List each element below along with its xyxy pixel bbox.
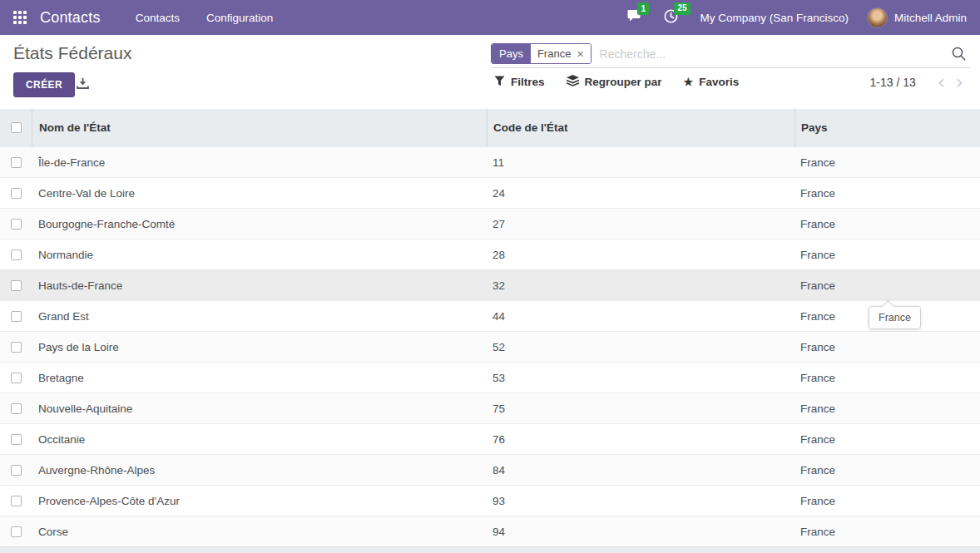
cell-country: France bbox=[794, 187, 980, 200]
cell-country: France bbox=[794, 464, 980, 476]
facet-value-text: France bbox=[537, 47, 571, 60]
table-row[interactable]: Île-de-France 11 France bbox=[0, 146, 980, 177]
row-checkbox[interactable] bbox=[11, 465, 22, 476]
row-checkbox[interactable] bbox=[11, 342, 22, 353]
tooltip-text: France bbox=[879, 312, 911, 323]
activities-button[interactable]: 25 bbox=[664, 9, 678, 27]
cell-state-code: 24 bbox=[487, 187, 794, 200]
facet-close-icon[interactable]: × bbox=[577, 48, 583, 60]
cell-state-name: Provence-Alpes-Côte d'Azur bbox=[32, 495, 487, 507]
select-all-checkbox[interactable] bbox=[11, 122, 22, 133]
list-footer-strip bbox=[0, 546, 980, 553]
search-icon[interactable] bbox=[951, 46, 967, 62]
table-row[interactable]: Occitanie 76 France bbox=[0, 423, 980, 454]
cell-state-name: Centre-Val de Loire bbox=[32, 187, 487, 200]
filters-label: Filtres bbox=[511, 76, 545, 88]
row-checkbox[interactable] bbox=[11, 157, 22, 168]
row-checkbox[interactable] bbox=[11, 403, 22, 414]
row-checkbox[interactable] bbox=[11, 434, 22, 445]
header-state-code[interactable]: Code de l'État bbox=[487, 109, 794, 146]
cell-state-name: Île-de-France bbox=[32, 156, 487, 169]
cell-state-code: 52 bbox=[487, 341, 794, 353]
cell-state-name: Auvergne-Rhône-Alpes bbox=[32, 464, 487, 476]
header-country[interactable]: Pays bbox=[794, 109, 980, 146]
pager: 1-13 / 13 ‹ › bbox=[870, 75, 968, 90]
pager-next-icon[interactable]: › bbox=[950, 75, 968, 90]
cell-state-code: 11 bbox=[487, 156, 794, 169]
cell-country: France bbox=[794, 495, 980, 507]
cell-state-name: Bourgogne-Franche-Comté bbox=[32, 218, 487, 230]
messages-button[interactable]: 1 bbox=[627, 9, 642, 26]
row-checkbox[interactable] bbox=[11, 219, 22, 230]
cell-country: France bbox=[794, 249, 980, 261]
table-row[interactable]: Centre-Val de Loire 24 France bbox=[0, 177, 980, 208]
systray: 1 25 My Company (San Francisco) Mitchell… bbox=[627, 7, 967, 28]
row-checkbox[interactable] bbox=[11, 373, 22, 383]
top-navbar: Contacts Contacts Configuration 1 25 My … bbox=[0, 0, 980, 35]
user-name: Mitchell Admin bbox=[894, 12, 967, 24]
cell-state-name: Nouvelle-Aquitaine bbox=[32, 402, 487, 415]
table-row[interactable]: Normandie 28 France bbox=[0, 239, 980, 269]
cell-state-code: 84 bbox=[487, 464, 794, 476]
row-checkbox[interactable] bbox=[11, 496, 22, 506]
filters-button[interactable]: Filtres bbox=[494, 76, 545, 89]
layers-icon bbox=[567, 75, 579, 89]
table-row[interactable]: Auvergne-Rhône-Alpes 84 France bbox=[0, 454, 980, 485]
facet-field-label: Pays bbox=[492, 44, 531, 63]
table-row[interactable]: Bourgogne-Franche-Comté 27 France bbox=[0, 208, 980, 239]
table-row[interactable]: Pays de la Loire 52 France bbox=[0, 331, 980, 362]
export-download-icon[interactable] bbox=[77, 77, 89, 90]
group-by-button[interactable]: Regrouper par bbox=[567, 75, 662, 89]
cell-state-code: 44 bbox=[487, 310, 794, 323]
row-checkbox[interactable] bbox=[11, 249, 22, 260]
row-checkbox[interactable] bbox=[11, 526, 22, 537]
create-button[interactable]: CRÉER bbox=[13, 72, 75, 97]
header-state-name[interactable]: Nom de l'État bbox=[32, 109, 487, 146]
cell-state-code: 32 bbox=[487, 279, 794, 292]
star-icon: ★ bbox=[684, 77, 694, 87]
pager-previous-icon[interactable]: ‹ bbox=[933, 75, 951, 90]
app-brand[interactable]: Contacts bbox=[40, 9, 101, 27]
list-header-row: Nom de l'État Code de l'État Pays bbox=[0, 109, 980, 146]
table-row[interactable]: Bretagne 53 France bbox=[0, 362, 980, 393]
header-checkbox-cell bbox=[0, 109, 32, 146]
apps-grid-icon[interactable] bbox=[13, 11, 27, 24]
cell-country: France bbox=[794, 526, 980, 538]
messages-badge: 1 bbox=[637, 2, 649, 15]
cell-state-code: 53 bbox=[487, 372, 794, 384]
top-menu: Contacts Configuration bbox=[126, 2, 284, 34]
table-row[interactable]: Corse 94 France bbox=[0, 516, 980, 546]
cell-state-code: 28 bbox=[487, 249, 794, 261]
menu-contacts[interactable]: Contacts bbox=[126, 2, 190, 34]
table-row-hovered[interactable]: Hauts-de-France 32 France bbox=[0, 269, 980, 300]
user-menu[interactable]: Mitchell Admin bbox=[867, 7, 967, 28]
states-list-view: Nom de l'État Code de l'État Pays Île-de… bbox=[0, 109, 980, 553]
favorites-label: Favoris bbox=[699, 76, 739, 88]
row-checkbox[interactable] bbox=[11, 280, 22, 291]
activities-badge: 25 bbox=[674, 2, 690, 15]
cell-state-name: Corse bbox=[32, 526, 487, 538]
cell-state-name: Pays de la Loire bbox=[32, 341, 487, 353]
group-by-label: Regrouper par bbox=[585, 76, 662, 88]
pager-range: 1-13 / 13 bbox=[870, 76, 916, 89]
search-options: Filtres Regrouper par ★ Favoris bbox=[494, 75, 739, 89]
cell-state-code: 93 bbox=[487, 495, 794, 507]
menu-configuration[interactable]: Configuration bbox=[196, 2, 283, 34]
cell-country: France bbox=[794, 218, 980, 230]
company-switcher[interactable]: My Company (San Francisco) bbox=[700, 12, 849, 24]
filter-funnel-icon bbox=[494, 76, 505, 89]
cell-country: France bbox=[794, 341, 980, 353]
cell-state-code: 94 bbox=[487, 526, 794, 538]
cell-state-code: 76 bbox=[487, 433, 794, 446]
table-row[interactable]: Nouvelle-Aquitaine 75 France bbox=[0, 393, 980, 423]
country-tooltip: France bbox=[869, 306, 921, 329]
search-input[interactable] bbox=[591, 47, 951, 61]
table-row[interactable]: Provence-Alpes-Côte d'Azur 93 France bbox=[0, 485, 980, 516]
cell-state-name: Bretagne bbox=[32, 372, 487, 384]
cell-state-code: 75 bbox=[487, 402, 794, 415]
cell-state-name: Normandie bbox=[32, 249, 487, 261]
row-checkbox[interactable] bbox=[11, 188, 22, 199]
table-row[interactable]: Grand Est 44 France bbox=[0, 300, 980, 331]
favorites-button[interactable]: ★ Favoris bbox=[684, 76, 740, 88]
row-checkbox[interactable] bbox=[11, 311, 22, 322]
